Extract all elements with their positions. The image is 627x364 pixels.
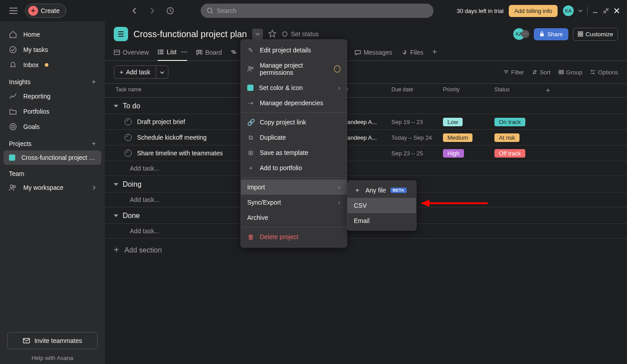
invite-button[interactable]: Invite teammates: [7, 332, 98, 349]
tab-overview[interactable]: Overview: [114, 44, 149, 61]
tab-list[interactable]: List⋯: [158, 44, 187, 61]
chevron-right-icon: [92, 185, 96, 190]
filter-button[interactable]: Filter: [503, 69, 524, 76]
menu-edit-details[interactable]: ✎Edit project details: [241, 43, 347, 58]
menu-add-portfolio[interactable]: +Add to portfolio: [241, 160, 347, 176]
complete-checkbox[interactable]: [125, 150, 132, 157]
task-priority[interactable]: Medium: [443, 133, 494, 142]
task-due[interactable]: Sep 23 – 25: [391, 150, 443, 157]
menu-archive[interactable]: Archive: [241, 210, 347, 225]
tab-board[interactable]: Board: [196, 44, 222, 61]
topbar: + Create Search 30 days left in trial Ad…: [0, 0, 627, 21]
trash-icon: 🗑: [247, 233, 254, 240]
menu-copy-link[interactable]: 🔗Copy project link: [241, 115, 347, 130]
menu-toggle[interactable]: [7, 4, 20, 17]
task-row[interactable]: Share timeline with teammates Sep 23 – 2…: [105, 145, 627, 161]
task-name: Share timeline with teammates: [137, 150, 223, 157]
collapse-icon[interactable]: [603, 8, 609, 14]
history-icon[interactable]: [163, 4, 177, 18]
nav-goals[interactable]: Goals: [0, 119, 105, 134]
add-task-inline[interactable]: Add task...: [105, 161, 627, 176]
menu-separator: [241, 227, 347, 227]
project-item[interactable]: Cross-functional project p...: [4, 150, 101, 165]
complete-checkbox[interactable]: [125, 134, 132, 141]
workspace-item[interactable]: My workspace: [0, 180, 105, 195]
nav-mytasks[interactable]: My tasks: [0, 42, 105, 57]
col-status[interactable]: Status: [494, 86, 546, 94]
svg-point-32: [158, 50, 159, 50]
group-button[interactable]: Group: [558, 69, 582, 76]
set-status-button[interactable]: Set status: [282, 30, 318, 38]
task-due[interactable]: Sep 19 – 23: [391, 119, 443, 125]
create-button[interactable]: + Create: [25, 4, 66, 18]
nav-inbox[interactable]: Inbox: [0, 57, 105, 73]
menu-save-template[interactable]: ⊞Save as template: [241, 145, 347, 160]
task-row[interactable]: Schedule kickoff meeting arandeep A... T…: [105, 129, 627, 145]
task-row[interactable]: Draft project brief arandeep A... Sep 19…: [105, 114, 627, 129]
submenu-email[interactable]: Email: [348, 213, 416, 228]
add-project-button[interactable]: +: [92, 140, 96, 148]
minimize-icon[interactable]: [592, 8, 598, 14]
task-priority[interactable]: High: [443, 149, 494, 158]
add-insight-button[interactable]: +: [92, 78, 96, 86]
submenu-csv[interactable]: CSV: [348, 198, 416, 213]
team-header[interactable]: Team: [0, 165, 105, 180]
template-icon: ⊞: [247, 149, 254, 156]
menu-permissions[interactable]: Manage project permissions: [241, 58, 347, 80]
task-status[interactable]: Off track: [494, 149, 546, 158]
add-tab-button[interactable]: +: [432, 44, 437, 61]
svg-point-11: [10, 47, 16, 53]
svg-rect-25: [578, 34, 580, 36]
task-status[interactable]: At risk: [494, 133, 546, 142]
col-due[interactable]: Due date: [391, 86, 443, 94]
task-assignee[interactable]: arandeep A...: [342, 134, 391, 141]
svg-point-58: [249, 67, 251, 69]
nav-back[interactable]: [127, 4, 142, 18]
chevron-down-icon[interactable]: [578, 9, 583, 13]
nav-reporting[interactable]: Reporting: [0, 89, 105, 104]
projects-header[interactable]: Projects +: [0, 134, 105, 150]
star-icon[interactable]: [268, 30, 276, 39]
bell-icon: [9, 61, 17, 69]
project-dropdown-toggle[interactable]: [252, 29, 263, 39]
insights-header[interactable]: Insights +: [0, 73, 105, 89]
tab-messages[interactable]: Messages: [355, 44, 392, 61]
nav-forward[interactable]: [145, 4, 159, 18]
add-task-dropdown[interactable]: [156, 65, 168, 79]
sort-button[interactable]: Sort: [532, 69, 550, 76]
col-priority[interactable]: Priority: [443, 86, 494, 94]
menu-sync-export[interactable]: Sync/Export›: [241, 195, 347, 210]
close-icon[interactable]: [614, 8, 620, 14]
task-priority[interactable]: Low: [443, 118, 494, 126]
task-status[interactable]: On track: [494, 118, 546, 126]
task-due[interactable]: Today – Sep 24: [391, 134, 443, 141]
add-task-button[interactable]: +Add task: [114, 65, 156, 79]
more-members[interactable]: ⋯: [521, 30, 529, 38]
task-assignee[interactable]: arandeep A...: [342, 119, 391, 125]
menu-delete[interactable]: 🗑Delete project: [241, 229, 347, 244]
options-button[interactable]: Options: [590, 69, 618, 76]
tab-files[interactable]: Files: [401, 44, 424, 61]
search-input[interactable]: Search: [201, 4, 434, 18]
help-link[interactable]: Help with Asana: [0, 355, 105, 364]
menu-separator: [241, 112, 347, 113]
menu-color-icon[interactable]: Set color & icon›: [241, 80, 347, 95]
col-assignee[interactable]: ee: [342, 86, 391, 94]
svg-point-59: [251, 67, 253, 69]
svg-point-13: [12, 125, 14, 128]
customize-button[interactable]: Customize: [573, 28, 618, 41]
add-section-button[interactable]: + Add section: [105, 239, 627, 261]
menu-import[interactable]: Import›: [241, 180, 347, 195]
share-button[interactable]: Share: [534, 28, 568, 40]
menu-duplicate[interactable]: ⧉Duplicate: [241, 130, 347, 145]
nav-home[interactable]: Home: [0, 27, 105, 42]
nav-portfolios[interactable]: Portfolios: [0, 104, 105, 119]
user-avatar[interactable]: KA: [563, 5, 574, 16]
menu-dependencies[interactable]: ⇢Manage dependencies: [241, 95, 347, 111]
section-todo[interactable]: To do: [105, 98, 627, 114]
billing-button[interactable]: Add billing info: [509, 5, 558, 17]
submenu-any-file[interactable]: ✦ Any file BETA: [348, 183, 416, 198]
complete-checkbox[interactable]: [125, 118, 132, 125]
svg-point-53: [593, 73, 594, 74]
add-column-button[interactable]: +: [546, 86, 564, 94]
